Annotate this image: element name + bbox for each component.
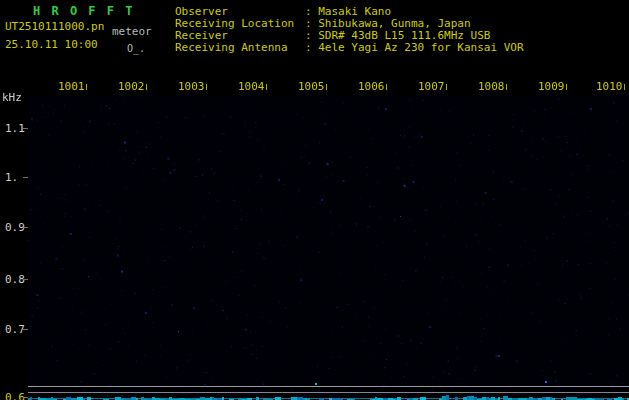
y-axis-tick-mark bbox=[23, 329, 28, 330]
app-title: H R O F F T bbox=[33, 5, 134, 17]
x-axis-tick-label: 1005 bbox=[298, 81, 325, 93]
header-info-line-receiver: Receiver: SDR# 43dB L15 111.6MHz USB bbox=[175, 29, 524, 41]
y-axis-tick-mark bbox=[23, 177, 28, 178]
y-axis-tick-label: 0.7 bbox=[5, 324, 25, 336]
x-axis-tick-label: 1008 bbox=[478, 81, 505, 93]
x-axis-tick-mark bbox=[206, 84, 207, 90]
header-info-line-observer: Observer: Masaki Kano bbox=[175, 5, 524, 17]
x-axis-tick-label: 1002 bbox=[118, 81, 145, 93]
x-axis-tick-mark bbox=[566, 84, 567, 90]
x-axis-tick-mark bbox=[146, 84, 147, 90]
timestamp: 25.10.11 10:00 bbox=[5, 39, 98, 51]
y-axis-unit-label: kHz bbox=[2, 92, 22, 104]
x-axis-tick-label: 1004 bbox=[238, 81, 265, 93]
x-axis-tick-label: 1010 bbox=[596, 81, 623, 93]
spectrogram-canvas bbox=[28, 96, 629, 400]
info-label: Receiving Antenna bbox=[175, 41, 305, 54]
x-axis-tick-label: 1007 bbox=[418, 81, 445, 93]
x-axis-tick-mark bbox=[326, 84, 327, 90]
x-axis-tick-mark bbox=[266, 84, 267, 90]
x-axis-tick-mark bbox=[624, 84, 625, 90]
header-info: Observer: Masaki Kano Receiving Location… bbox=[175, 5, 524, 53]
x-axis-tick-label: 1006 bbox=[358, 81, 385, 93]
timestamp-suffix: O_. bbox=[127, 43, 145, 55]
y-axis-tick-label: 0.6 bbox=[5, 392, 25, 400]
y-axis-tick-mark bbox=[23, 279, 28, 280]
y-axis-tick-mark bbox=[23, 397, 28, 398]
y-axis-tick-mark bbox=[23, 128, 28, 129]
info-separator: : bbox=[305, 41, 318, 54]
y-axis-tick-label: 0.8 bbox=[5, 274, 25, 286]
y-axis-tick-label: 1.1 bbox=[5, 123, 25, 135]
output-filename: UT2510111000.pn bbox=[5, 21, 104, 33]
y-axis-tick-label: 0.9 bbox=[5, 222, 25, 234]
header-info-line-antenna: Receiving Antenna: 4ele Yagi Az 230 for … bbox=[175, 41, 524, 53]
x-axis-tick-mark bbox=[386, 84, 387, 90]
x-axis-tick-mark bbox=[506, 84, 507, 90]
station-name: meteor bbox=[112, 26, 152, 38]
x-axis-tick-mark bbox=[446, 84, 447, 90]
y-axis-tick-mark bbox=[23, 227, 28, 228]
header-info-line-location: Receiving Location: Shibukawa, Gunma, Ja… bbox=[175, 17, 524, 29]
x-axis-tick-label: 1003 bbox=[178, 81, 205, 93]
x-axis-tick-label: 1009 bbox=[538, 81, 565, 93]
x-axis-tick-label: 1001 bbox=[58, 81, 85, 93]
y-axis-tick-label: 1. bbox=[5, 172, 18, 184]
info-value: 4ele Yagi Az 230 for Kansai VOR bbox=[318, 41, 523, 54]
hrofft-image: H R O F F T UT2510111000.pn meteor 25.10… bbox=[0, 0, 629, 400]
x-axis-tick-mark bbox=[86, 84, 87, 90]
